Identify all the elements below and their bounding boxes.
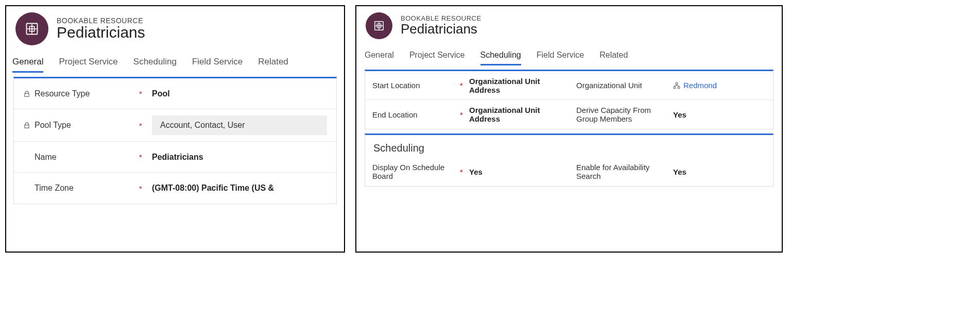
field-value[interactable]: (GMT-08:00) Pacific Time (US & [152,183,327,193]
row-1: Start Location * Organizational Unit Add… [365,71,773,100]
svg-rect-8 [678,87,680,89]
label-text: Name [35,153,57,162]
tabs-right: General Project Service Scheduling Field… [356,41,782,65]
field-value[interactable]: Yes [673,110,766,119]
field-label: Derive Capacity From Group Members [576,106,664,123]
field-label: Name [23,153,139,162]
row-3: Display On Schedule Board * Yes Enable f… [365,157,773,186]
resource-icon [25,22,39,36]
required-mark: * [139,121,152,130]
tab-scheduling[interactable]: Scheduling [480,51,521,65]
svg-rect-7 [674,87,676,89]
field-organizational-unit: Organizational Unit Redmond [569,71,773,100]
header-left: BOOKABLE RESOURCE Pediatricians [6,6,344,47]
field-label: Resource Type [23,89,139,98]
svg-rect-3 [25,125,29,128]
panel-general: BOOKABLE RESOURCE Pediatricians General … [5,5,345,253]
lock-icon [23,90,30,97]
tabs-left: General Project Service Scheduling Field… [6,47,344,73]
tab-related[interactable]: Related [258,57,288,73]
row-2: End Location * Organizational Unit Addre… [365,100,773,129]
field-label: Enable for Availability Search [576,163,664,180]
required-mark: * [460,81,469,90]
field-pool-type: Pool Type * Account, Contact, User [14,109,336,142]
org-unit-link[interactable]: Redmond [683,81,717,90]
panel-scheduling: BOOKABLE RESOURCE Pediatricians General … [355,5,783,253]
field-display-on-schedule-board: Display On Schedule Board * Yes [365,157,569,186]
field-value[interactable]: Pool [152,89,327,98]
field-value[interactable]: Organizational Unit Address [469,106,562,123]
required-mark: * [460,168,469,176]
pool-type-input[interactable]: Account, Contact, User [152,115,327,135]
field-label: Pool Type [23,121,139,130]
tab-project-service[interactable]: Project Service [59,57,117,73]
field-start-location: Start Location * Organizational Unit Add… [365,71,569,100]
tab-field-service[interactable]: Field Service [537,51,584,65]
entity-title: Pediatricians [57,24,145,41]
lock-icon [23,122,30,129]
label-text: Resource Type [35,89,90,98]
field-label: Organizational Unit [576,81,664,90]
section-scheduling: Scheduling Display On Schedule Board * Y… [365,134,773,187]
field-time-zone: Time Zone * (GMT-08:00) Pacific Time (US… [14,173,336,204]
field-name: Name * Pediatricians [14,142,336,173]
field-enable-availability-search: Enable for Availability Search Yes [569,157,773,186]
required-mark: * [139,153,152,161]
tab-scheduling[interactable]: Scheduling [133,57,177,73]
field-value[interactable]: Redmond [673,81,766,90]
field-label: Start Location [372,81,460,90]
tab-field-service[interactable]: Field Service [192,57,243,73]
tab-general[interactable]: General [365,51,394,65]
section-location: Start Location * Organizational Unit Add… [365,70,773,129]
tab-related[interactable]: Related [599,51,628,65]
tab-general[interactable]: General [12,57,43,73]
field-derive-capacity: Derive Capacity From Group Members Yes [569,100,773,129]
field-value[interactable]: Account, Contact, User [152,115,327,135]
field-value[interactable]: Yes [673,168,766,176]
header-right: BOOKABLE RESOURCE Pediatricians [356,6,782,41]
field-end-location: End Location * Organizational Unit Addre… [365,100,569,129]
svg-rect-6 [676,82,678,85]
header-text: BOOKABLE RESOURCE Pediatricians [57,16,145,41]
svg-rect-2 [25,93,29,96]
entity-avatar [366,12,392,39]
label-text: Pool Type [35,121,71,130]
section-general: Resource Type * Pool Pool Type * Account… [13,77,337,204]
field-value[interactable]: Yes [469,168,562,176]
tab-project-service[interactable]: Project Service [409,51,465,65]
resource-icon [373,20,385,31]
required-mark: * [460,110,469,119]
required-mark: * [139,184,152,193]
entity-title: Pediatricians [401,21,482,37]
field-resource-type: Resource Type * Pool [14,78,336,109]
required-mark: * [139,89,152,98]
field-value[interactable]: Pediatricians [152,153,327,162]
field-label: End Location [372,110,460,119]
field-label: Display On Schedule Board [372,163,460,180]
field-label: Time Zone [23,183,139,193]
header-text: BOOKABLE RESOURCE Pediatricians [401,14,482,37]
entity-avatar [15,12,48,45]
field-value[interactable]: Organizational Unit Address [469,77,562,94]
section-title: Scheduling [365,135,773,157]
org-unit-icon [673,82,680,89]
label-text: Time Zone [35,183,74,193]
